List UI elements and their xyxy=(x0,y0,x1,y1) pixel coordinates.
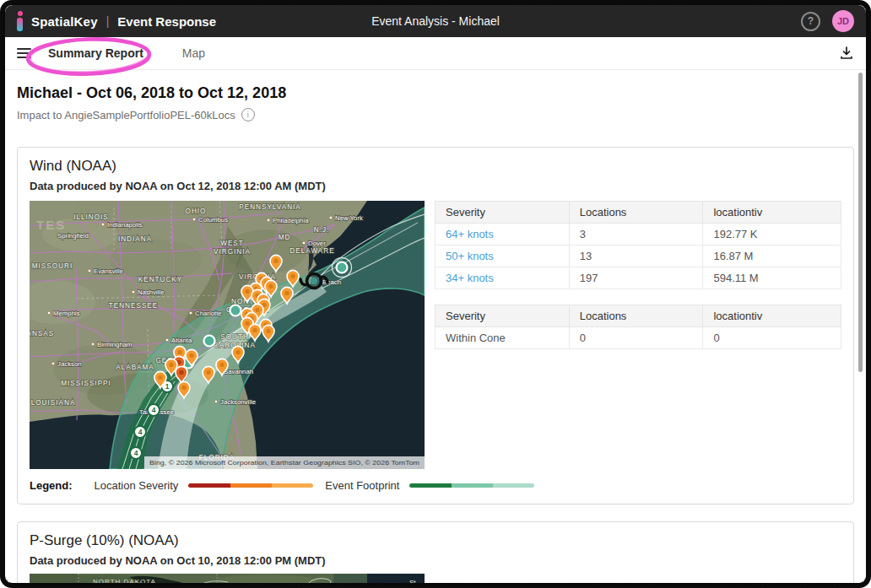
map-label: NORTH DAKOTA xyxy=(93,578,156,583)
wind-severity-header: Locations xyxy=(569,202,703,224)
map-city-dot xyxy=(214,400,218,403)
report-content: Michael - Oct 06, 2018 to Oct 12, 2018 I… xyxy=(5,84,866,583)
map-label: St- xyxy=(409,579,419,583)
legend-item-name: Event Footprint xyxy=(325,479,399,492)
map-city-dot xyxy=(165,338,169,342)
app-window: SpatialKey | Event Response Event Analys… xyxy=(5,5,866,583)
map-state-label: ALABAMA xyxy=(116,364,154,371)
map-city-dot xyxy=(47,311,51,315)
legend-item: Location Severity xyxy=(95,479,314,492)
scrollbar-thumb[interactable] xyxy=(858,73,863,372)
map-city-label: New York xyxy=(335,214,363,222)
map-city-label: Dover xyxy=(308,240,326,247)
psurge-card: P-Surge (10%) (NOAA) Data produced by NO… xyxy=(17,521,854,583)
map-city-dot xyxy=(132,290,135,294)
map-city-dot xyxy=(192,218,196,221)
tab-summary-report[interactable]: Summary Report xyxy=(48,46,143,60)
wind-card-produced: Data produced by NOAA on Oct 12, 2018 12… xyxy=(30,180,841,192)
map-state-label: ARKANSAS xyxy=(30,330,54,337)
psurge-card-produced: Data produced by NOAA on Oct 10, 2018 12… xyxy=(30,554,841,567)
locations-cell: 13 xyxy=(569,245,703,267)
locations-cell: 197 xyxy=(569,267,703,289)
download-icon xyxy=(839,46,854,61)
psurge-card-title: P-Surge (10%) (NOAA) xyxy=(30,532,841,549)
map-city-label: Indianapolis xyxy=(107,221,143,229)
map-city-dot xyxy=(88,269,91,272)
map-city-label: Nashville xyxy=(138,289,165,296)
map-city-label: Memphis xyxy=(53,310,80,317)
map-state-label: PENNSYLVANIA xyxy=(239,203,301,211)
wind-severity-row: 50+ knots1316.87 M xyxy=(436,245,841,267)
map-city-label: Birmingham xyxy=(97,341,133,348)
map-city-label: Jackson xyxy=(57,360,82,368)
legend: Legend: Location SeverityEvent Footprint xyxy=(30,479,841,492)
report-heading: Michael - Oct 06, 2018 to Oct 12, 2018 xyxy=(17,84,854,102)
wind-severity-header: locationtiv xyxy=(703,202,841,224)
legend-gradient-bar xyxy=(188,483,313,488)
map-state-label: OHIO xyxy=(186,208,207,215)
toolbar: Summary Report Map xyxy=(5,37,866,70)
download-button[interactable] xyxy=(839,46,854,61)
map-attribution: Bing, © 2026 Microsoft Corporation, Eart… xyxy=(149,459,419,467)
map-state-label: SOUTH xyxy=(220,333,249,341)
map-state-label: MISSISSIPPI xyxy=(61,380,111,387)
map-city-dot xyxy=(302,241,306,245)
psurge-map[interactable]: NORTH DAKOTASt- xyxy=(30,574,425,583)
map-city-dot xyxy=(91,343,95,346)
wind-severity-row: 34+ knots197594.11 M xyxy=(436,267,841,289)
top-bar: SpatialKey | Event Response Event Analys… xyxy=(5,5,866,37)
legend-item-name: Location Severity xyxy=(95,479,179,492)
legend-gradient-bar xyxy=(409,483,534,488)
wind-card-title: Wind (NOAA) xyxy=(30,158,841,175)
severity-cell[interactable]: 34+ knots xyxy=(436,267,570,289)
severity-cell[interactable]: 64+ knots xyxy=(436,224,570,245)
menu-icon[interactable] xyxy=(17,48,31,58)
map-city-label: Savannah xyxy=(224,368,253,375)
map-city-label: Charlotte xyxy=(195,310,222,317)
category-marker-label: 4 xyxy=(134,449,138,457)
screenshot-frame: SpatialKey | Event Response Event Analys… xyxy=(0,0,871,588)
map-city-label: Columbus xyxy=(198,216,228,224)
legend-label: Legend: xyxy=(30,479,73,492)
tab-map[interactable]: Map xyxy=(182,46,205,60)
wind-severity-table-mount: SeverityLocationslocationtiv64+ knots319… xyxy=(435,201,841,289)
map-city-label: Springfield xyxy=(57,232,89,240)
wind-map[interactable]: TES ILLINOISINDIANAOHIOPENNSYLVANIAWESTV… xyxy=(30,201,425,469)
forecast-point[interactable] xyxy=(230,305,241,316)
info-icon[interactable]: i xyxy=(241,108,255,121)
help-icon[interactable]: ? xyxy=(801,12,820,31)
map-state-label: INDIANA xyxy=(118,235,152,243)
map-city-label: Atlanta xyxy=(171,337,192,344)
spatialkey-logo-icon xyxy=(17,11,23,31)
map-city-dot xyxy=(267,218,270,222)
map-state-label: ILLINOIS xyxy=(73,213,109,221)
wind-cone-table-mount: SeverityLocationslocationtivWithin Cone0… xyxy=(435,305,841,349)
forecast-point[interactable] xyxy=(204,336,215,347)
wind-cone-row: Within Cone00 xyxy=(436,327,841,349)
wind-severity-header: Severity xyxy=(436,202,570,224)
avatar[interactable]: JD xyxy=(832,10,854,32)
brand-divider: | xyxy=(106,14,110,28)
map-city-dot xyxy=(51,362,55,365)
map-city-dot xyxy=(329,216,333,219)
wind-card: Wind (NOAA) Data produced by NOAA on Oct… xyxy=(17,147,854,504)
impact-line: Impact to AngieSamplePortfolioPEL-60kLoc… xyxy=(17,109,235,121)
wind-cone-header: Severity xyxy=(436,305,570,327)
map-state-label: N.J. xyxy=(314,226,330,234)
map-city-dot xyxy=(189,311,192,315)
map-state-label: KENTUCKY xyxy=(138,276,183,283)
legend-item: Event Footprint xyxy=(325,479,534,492)
tiv-cell: 594.11 M xyxy=(703,267,841,289)
forecast-point[interactable] xyxy=(337,262,348,273)
map-state-label: MISSOURI xyxy=(32,262,73,270)
map-city-dot xyxy=(101,223,105,226)
wind-severity-table: SeverityLocationslocationtiv64+ knots319… xyxy=(435,201,841,289)
tiv-cell: 0 xyxy=(703,327,841,349)
severity-cell[interactable]: 50+ knots xyxy=(436,245,570,267)
locations-cell: 3 xyxy=(569,224,703,245)
wind-cone-table: SeverityLocationslocationtivWithin Cone0… xyxy=(435,305,841,349)
tiv-cell: 16.87 M xyxy=(703,245,841,267)
map-watermark: TES xyxy=(36,218,66,232)
map-state-label: MD xyxy=(279,234,291,241)
category-marker-label: 4 xyxy=(138,428,143,436)
